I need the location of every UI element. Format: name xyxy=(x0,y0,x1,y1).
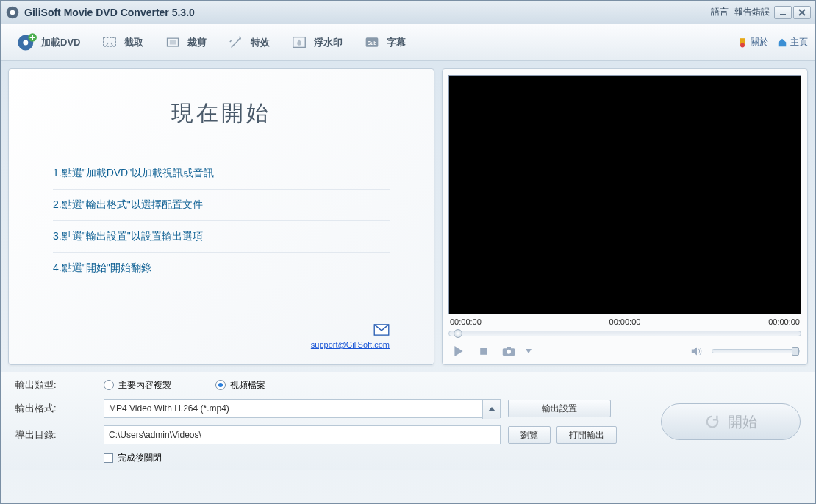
output-format-label: 輸出格式: xyxy=(15,402,96,415)
open-output-button[interactable]: 打開輸出 xyxy=(556,426,617,444)
getting-started-panel: 現在開始 1.點選"加載DVD"以加載視訊或音訊 2.點選"輸出格式"以選擇配置… xyxy=(8,68,434,365)
start-button-label: 開始 xyxy=(728,412,757,432)
subtitle-label: 字幕 xyxy=(387,36,406,49)
magic-wand-icon xyxy=(226,35,246,51)
svg-rect-21 xyxy=(507,347,511,349)
browse-button[interactable]: 劉覽 xyxy=(508,426,551,444)
start-button[interactable]: 開始 xyxy=(661,403,801,440)
player-controls xyxy=(448,341,801,359)
crop-icon xyxy=(162,35,183,51)
radio-main-content-copy[interactable]: 主要內容複製 xyxy=(104,379,171,392)
export-dir-value: C:\Users\admin\Videos\ xyxy=(109,430,201,440)
seek-thumb[interactable] xyxy=(454,329,462,338)
envelope-icon xyxy=(373,324,390,338)
snapshot-dropdown[interactable] xyxy=(525,344,532,359)
play-button[interactable] xyxy=(450,344,468,359)
scissors-icon xyxy=(99,35,120,51)
close-when-done-checkbox[interactable] xyxy=(104,453,113,463)
home-label: 主頁 xyxy=(790,36,808,48)
snapshot-button[interactable] xyxy=(500,344,518,359)
watermark-label: 浮水印 xyxy=(314,36,343,49)
toolbar: 加載DVD 截取 裁剪 特效 浮水印 xyxy=(1,24,815,61)
steps-list: 1.點選"加載DVD"以加載視訊或音訊 2.點選"輸出格式"以選擇配置文件 3.… xyxy=(53,158,390,284)
step-item: 3.點選"輸出設置"以設置輸出選項 xyxy=(53,221,390,253)
support-link-area: support@GiliSoft.com xyxy=(53,324,390,350)
svg-text:Sub: Sub xyxy=(368,40,377,45)
load-dvd-button[interactable]: 加載DVD xyxy=(8,31,88,54)
volume-thumb[interactable] xyxy=(792,347,799,356)
time-current: 00:00:00 xyxy=(609,317,641,326)
video-preview[interactable] xyxy=(448,75,801,314)
time-start: 00:00:00 xyxy=(450,317,482,326)
bottom-settings: 輸出類型: 主要內容複製 視頻檔案 輸出格式: MP4 Video With H… xyxy=(1,372,815,470)
mute-button[interactable] xyxy=(688,344,706,359)
home-link[interactable]: 主頁 xyxy=(777,36,808,48)
home-icon xyxy=(777,37,787,48)
window-title: GiliSoft Movie DVD Converter 5.3.0 xyxy=(24,7,711,18)
droplet-icon xyxy=(289,35,309,51)
crop-label: 裁剪 xyxy=(187,36,207,49)
app-icon xyxy=(5,5,20,20)
output-format-value: MP4 Video With H.264 (*.mp4) xyxy=(109,403,229,414)
capture-label: 截取 xyxy=(124,36,143,49)
step-item: 1.點選"加載DVD"以加載視訊或音訊 xyxy=(53,158,390,190)
disc-add-icon xyxy=(16,35,37,51)
step-item: 2.點選"輸出格式"以選擇配置文件 xyxy=(53,190,390,221)
output-type-label: 輸出類型: xyxy=(15,378,96,392)
svg-rect-8 xyxy=(104,37,116,46)
badge-icon xyxy=(737,37,748,48)
preview-panel: 00:00:00 00:00:00 00:00:00 xyxy=(442,68,808,365)
radio-video-file[interactable]: 視頻檔案 xyxy=(215,379,265,392)
about-label: 關於 xyxy=(751,36,768,48)
language-link[interactable]: 語言 xyxy=(711,6,729,18)
svg-point-11 xyxy=(240,37,242,40)
subtitle-icon: Sub xyxy=(362,35,382,51)
svg-point-1 xyxy=(10,10,15,15)
timestamps: 00:00:00 00:00:00 00:00:00 xyxy=(448,314,801,329)
report-bug-link[interactable]: 報告錯誤 xyxy=(734,6,770,18)
output-settings-button[interactable]: 輸出設置 xyxy=(508,400,611,417)
getting-started-title: 現在開始 xyxy=(53,98,390,129)
output-format-combo[interactable]: MP4 Video With H.264 (*.mp4) xyxy=(104,399,501,418)
radio-main-label: 主要內容複製 xyxy=(118,379,171,392)
load-dvd-label: 加載DVD xyxy=(41,36,80,49)
support-email-link[interactable]: support@GiliSoft.com xyxy=(311,340,390,349)
titlebar: GiliSoft Movie DVD Converter 5.3.0 語言 報告… xyxy=(1,1,815,24)
subtitle-button[interactable]: Sub 字幕 xyxy=(354,31,414,54)
refresh-icon xyxy=(704,414,720,430)
crop-button[interactable]: 裁剪 xyxy=(154,31,215,54)
capture-button[interactable]: 截取 xyxy=(91,31,151,54)
chevron-up-icon[interactable] xyxy=(482,400,500,419)
svg-point-20 xyxy=(507,350,511,354)
svg-point-6 xyxy=(23,40,28,45)
app-window: GiliSoft Movie DVD Converter 5.3.0 語言 報告… xyxy=(0,0,816,504)
close-button[interactable] xyxy=(793,6,811,19)
export-dir-input[interactable]: C:\Users\admin\Videos\ xyxy=(104,425,501,444)
volume-slider[interactable] xyxy=(712,349,800,353)
svg-point-16 xyxy=(740,43,745,47)
content-area: 現在開始 1.點選"加載DVD"以加載視訊或音訊 2.點選"輸出格式"以選擇配置… xyxy=(1,61,815,372)
export-dir-label: 導出目錄: xyxy=(15,428,96,442)
watermark-button[interactable]: 浮水印 xyxy=(281,31,351,54)
svg-rect-10 xyxy=(170,40,176,44)
seek-slider[interactable] xyxy=(448,331,801,336)
svg-rect-18 xyxy=(480,348,487,355)
close-when-done-label: 完成後關閉 xyxy=(118,452,162,464)
effect-label: 特效 xyxy=(251,36,270,49)
step-item: 4.點選"開始"開始翻錄 xyxy=(53,253,390,284)
time-end: 00:00:00 xyxy=(768,317,800,326)
radio-video-label: 視頻檔案 xyxy=(230,379,265,392)
minimize-button[interactable] xyxy=(774,6,792,19)
about-link[interactable]: 關於 xyxy=(737,36,768,48)
stop-button[interactable] xyxy=(475,344,493,359)
effect-button[interactable]: 特效 xyxy=(218,31,278,54)
